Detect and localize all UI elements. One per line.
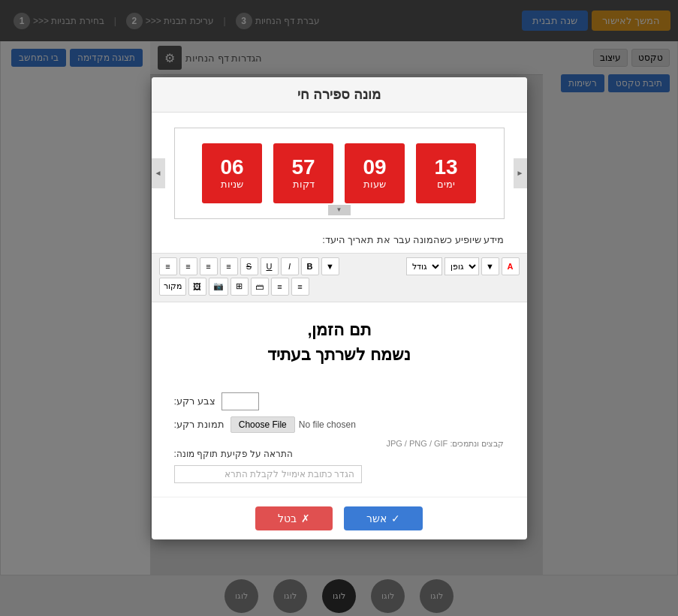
more-select-btn[interactable]: ▼ bbox=[481, 257, 499, 275]
image2-btn[interactable]: 📷 bbox=[209, 278, 228, 296]
align-justify-btn[interactable]: ≡ bbox=[220, 257, 238, 275]
modal-footer: ✓ אשר ✗ בטל bbox=[152, 497, 527, 539]
editor-toolbar: ≡ ≡ ≡ ≡ S U I B ▼ גודל גופן ▼ bbox=[152, 253, 527, 302]
modal-scroll-area[interactable]: ▲ ◄ ► 13 ימים 09 שעות 57 דקות bbox=[152, 113, 527, 497]
underline-btn[interactable]: U bbox=[261, 257, 279, 275]
counter-box-seconds: 06 שניות bbox=[202, 143, 262, 203]
scroll-down-button[interactable]: ▼ bbox=[328, 205, 351, 215]
source-btn[interactable]: מקור bbox=[159, 278, 186, 296]
image3-btn[interactable]: 🗃 bbox=[251, 278, 269, 296]
cancel-button[interactable]: ✗ בטל bbox=[255, 506, 333, 530]
confirm-label: אשר bbox=[366, 512, 387, 524]
strikethrough-btn[interactable]: S bbox=[240, 257, 258, 275]
editor-toolbar-row2: מקור 🖼 📷 ⊞ 🗃 ≡ ≡ bbox=[159, 278, 520, 296]
email-input[interactable] bbox=[174, 465, 362, 483]
bg-color-row: צבע רקע: bbox=[174, 392, 505, 410]
counter-hours-num: 09 bbox=[363, 156, 386, 179]
thumbnail-row: No file chosen Choose File תמונת רקע: bbox=[174, 416, 505, 433]
bg-color-label: צבע רקע: bbox=[174, 395, 215, 407]
align-right-btn[interactable]: ≡ bbox=[159, 257, 177, 275]
color-swatch[interactable] bbox=[221, 392, 259, 410]
counter-minutes-num: 57 bbox=[291, 156, 315, 179]
align-center-btn[interactable]: ≡ bbox=[179, 257, 197, 275]
checkmark-icon: ✓ bbox=[391, 512, 400, 524]
counter-box-minutes: 57 דקות bbox=[273, 143, 333, 203]
modal-form: צבע רקע: No file chosen Choose File תמונ… bbox=[152, 385, 527, 497]
editor-content[interactable]: תם הזמן, נשמח לשרתך בעתיד bbox=[152, 302, 527, 385]
table-btn[interactable]: ⊞ bbox=[231, 278, 249, 296]
file-input-group: No file chosen Choose File bbox=[231, 416, 356, 433]
align-left-btn[interactable]: ≡ bbox=[200, 257, 218, 275]
modal-overlay: מונה ספירה חי ▲ ◄ ► 13 ימים 09 שעות bbox=[0, 0, 678, 616]
choose-file-button[interactable]: Choose File bbox=[231, 416, 295, 433]
counter-box-hours: 09 שעות bbox=[345, 143, 405, 203]
ol-btn[interactable]: ≡ bbox=[271, 278, 289, 296]
font-select[interactable]: גופן bbox=[444, 257, 479, 275]
email-row bbox=[174, 465, 505, 483]
modal-header: מונה ספירה חי bbox=[152, 77, 527, 113]
file-chosen-text: No file chosen bbox=[299, 419, 356, 430]
cancel-label: בטל bbox=[278, 512, 297, 524]
more-formats-btn[interactable]: ▼ bbox=[321, 257, 339, 275]
info-text: מידע שיופיע כשהמונה עבר את תאריך היעד: bbox=[152, 230, 527, 253]
counter-days-label: ימים bbox=[437, 179, 455, 190]
counter-hours-label: שעות bbox=[363, 179, 386, 190]
size-select[interactable]: גודל bbox=[406, 257, 442, 275]
scroll-right-button[interactable]: ► bbox=[514, 158, 527, 188]
file-types-text: קבצים ונתמכים: JPG / PNG / GIF bbox=[174, 439, 505, 449]
counter-seconds-label: שניות bbox=[221, 179, 243, 190]
color-btn[interactable]: A bbox=[502, 257, 520, 275]
scroll-left-button[interactable]: ◄ bbox=[152, 158, 165, 188]
ul-btn[interactable]: ≡ bbox=[291, 278, 309, 296]
editor-line2[interactable]: נשמח לשרתך בעתיד bbox=[167, 342, 512, 367]
bold-btn[interactable]: B bbox=[301, 257, 319, 275]
cross-icon: ✗ bbox=[301, 512, 310, 524]
italic-btn[interactable]: I bbox=[281, 257, 299, 275]
warning-label: התראה על פקיעת תוקף מונה: bbox=[174, 449, 294, 459]
counter-seconds-num: 06 bbox=[220, 156, 243, 179]
counter-days-num: 13 bbox=[434, 156, 457, 179]
counter-minutes-label: דקות bbox=[293, 179, 315, 190]
counter-box-days: 13 ימים bbox=[416, 143, 476, 203]
confirm-button[interactable]: ✓ אשר bbox=[344, 506, 423, 530]
warning-row: התראה על פקיעת תוקף מונה: bbox=[174, 449, 505, 459]
image-btn[interactable]: 🖼 bbox=[188, 278, 206, 296]
counter-preview-wrapper: ▲ ◄ ► 13 ימים 09 שעות 57 דקות bbox=[152, 128, 527, 219]
editor-line1[interactable]: תם הזמן, bbox=[167, 317, 512, 342]
countdown-modal: מונה ספירה חי ▲ ◄ ► 13 ימים 09 שעות bbox=[152, 77, 527, 539]
thumbnail-label: תמונת רקע: bbox=[174, 419, 224, 430]
editor-toolbar-row1: ≡ ≡ ≡ ≡ S U I B ▼ גודל גופן ▼ bbox=[159, 257, 520, 275]
modal-title: מונה ספירה חי bbox=[297, 87, 381, 102]
